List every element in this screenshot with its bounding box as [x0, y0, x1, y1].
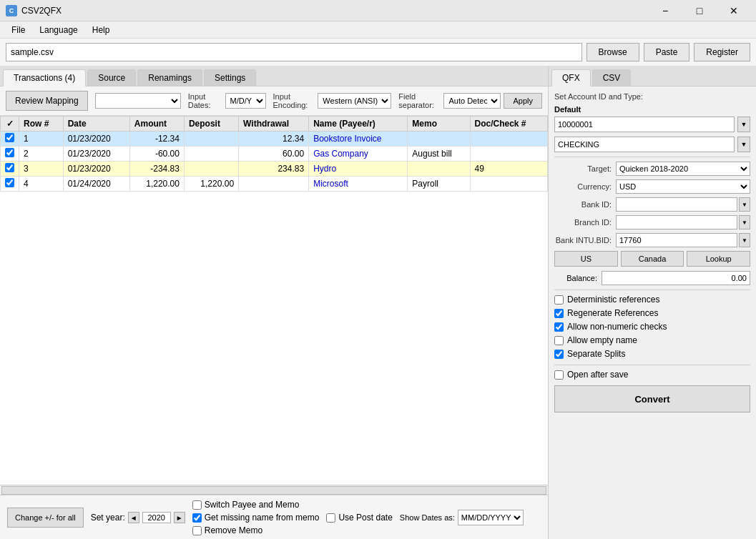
- apply-button[interactable]: Apply: [504, 93, 542, 109]
- title-bar: C CSV2QFX − □ ✕: [0, 0, 756, 21]
- currency-row: Currency: USD: [554, 179, 750, 194]
- close-button[interactable]: ✕: [717, 0, 750, 21]
- open-after-save-checkbox[interactable]: [554, 370, 564, 380]
- tab-renamings[interactable]: Renamings: [137, 69, 202, 86]
- input-encoding-select[interactable]: Western (ANSI): [318, 93, 391, 109]
- currency-label: Currency:: [554, 182, 612, 191]
- target-row: Target: Quicken 2018-2020: [554, 162, 750, 176]
- allow-empty-name-checkbox[interactable]: [554, 336, 564, 345]
- table-row[interactable]: 201/23/2020-60.0060.00Gas CompanyAugust …: [1, 147, 548, 162]
- set-year-group: Set year: ◄ ►: [91, 512, 185, 523]
- input-dates-select[interactable]: M/D/Y: [225, 93, 266, 109]
- change-plus-minus-button[interactable]: Change +/- for all: [7, 508, 84, 528]
- minimize-button[interactable]: −: [649, 0, 682, 21]
- review-mapping-button[interactable]: Review Mapping: [6, 91, 88, 111]
- table-row[interactable]: 101/23/2020-12.3412.34Bookstore Invoice: [1, 132, 548, 147]
- branch-id-input[interactable]: [616, 215, 737, 229]
- menu-bar: File Language Help: [0, 21, 756, 39]
- menu-language[interactable]: Language: [34, 24, 83, 36]
- transactions-table-container: ✓ Row # Date Amount Deposit Withdrawal N…: [0, 116, 548, 485]
- bank-id-input[interactable]: [616, 197, 737, 212]
- use-post-date-checkbox[interactable]: [326, 513, 335, 523]
- convert-button[interactable]: Convert: [554, 385, 750, 412]
- divider-3: [554, 365, 750, 365]
- file-path-input[interactable]: [6, 43, 582, 61]
- balance-input[interactable]: [602, 271, 750, 285]
- field-separator-label: Field separator:: [398, 92, 441, 109]
- right-content: Set Account ID and Type: Default ▼ ▼ Tar…: [549, 86, 756, 539]
- regenerate-references-label: Regenerate References: [567, 308, 658, 318]
- separate-splits-checkbox[interactable]: [554, 350, 564, 359]
- paste-button[interactable]: Paste: [644, 43, 690, 61]
- us-button[interactable]: US: [554, 251, 618, 267]
- menu-help[interactable]: Help: [87, 24, 116, 36]
- bottom-bar: Change +/- for all Set year: ◄ ► Switch …: [0, 495, 548, 539]
- default-label: Default: [554, 105, 750, 114]
- right-tab-qfx[interactable]: QFX: [551, 69, 591, 86]
- currency-select[interactable]: USD: [616, 179, 750, 194]
- balance-label: Balance:: [554, 274, 597, 282]
- tab-settings[interactable]: Settings: [204, 69, 256, 86]
- branch-id-dropdown-arrow[interactable]: ▼: [739, 215, 750, 229]
- tab-transactions[interactable]: Transactions (4): [3, 69, 86, 86]
- open-after-save-label: Open after save: [567, 370, 628, 380]
- horizontal-scrollbar[interactable]: [0, 485, 548, 495]
- set-year-label: Set year:: [91, 513, 125, 523]
- col-header-check: ✓: [1, 117, 19, 132]
- intu-buttons-group: US Canada Lookup: [554, 251, 750, 267]
- year-input[interactable]: [142, 512, 171, 523]
- col-header-deposit: Deposit: [184, 117, 238, 132]
- app-icon: C: [6, 5, 17, 16]
- bank-id-row: Bank ID: ▼: [554, 197, 750, 212]
- year-next-button[interactable]: ►: [174, 512, 185, 523]
- account-type-dropdown-arrow[interactable]: ▼: [737, 137, 750, 152]
- allow-empty-name-label: Allow empty name: [567, 335, 637, 345]
- use-post-date-group: Use Post date: [326, 513, 392, 523]
- account-id-input[interactable]: [554, 117, 735, 132]
- switch-payee-checkbox[interactable]: [192, 500, 202, 510]
- target-select[interactable]: Quicken 2018-2020: [616, 162, 750, 176]
- bank-id-label: Bank ID:: [554, 200, 612, 209]
- account-id-dropdown-arrow[interactable]: ▼: [737, 117, 750, 132]
- mapping-dropdown[interactable]: [95, 93, 181, 109]
- intu-bid-dropdown-arrow[interactable]: ▼: [739, 233, 750, 247]
- register-button[interactable]: Register: [694, 43, 750, 61]
- bank-id-dropdown-arrow[interactable]: ▼: [739, 197, 750, 212]
- allow-non-numeric-checkbox[interactable]: [554, 322, 564, 332]
- get-missing-name-checkbox[interactable]: [192, 513, 202, 523]
- account-section-title: Set Account ID and Type:: [554, 92, 750, 101]
- remove-memo-checkbox[interactable]: [192, 526, 202, 535]
- show-dates-select[interactable]: MM/DD/YYYY DD/MM/YYYY YYYY/MM/DD: [458, 510, 524, 525]
- deterministic-references-checkbox[interactable]: [554, 295, 564, 305]
- input-dates-label: Input Dates:: [188, 92, 222, 109]
- left-tabs: Transactions (4) Source Renamings Settin…: [0, 66, 548, 86]
- target-label: Target:: [554, 164, 612, 173]
- row-checkbox[interactable]: [5, 133, 14, 142]
- browse-button[interactable]: Browse: [586, 43, 639, 61]
- app-title: CSV2QFX: [21, 6, 62, 16]
- col-header-withdrawal: Withdrawal: [239, 117, 309, 132]
- row-checkbox[interactable]: [5, 163, 14, 172]
- options-checkboxes: Switch Payee and Memo Get missing name f…: [192, 500, 320, 535]
- separate-splits-label: Separate Splits: [567, 349, 625, 359]
- menu-file[interactable]: File: [6, 24, 31, 36]
- row-checkbox[interactable]: [5, 178, 14, 187]
- right-checkboxes-group: Deterministic references Regenerate Refe…: [554, 295, 750, 359]
- right-panel: QFX CSV Set Account ID and Type: Default…: [549, 66, 756, 539]
- field-separator-select[interactable]: Auto Detect: [443, 93, 501, 109]
- tab-source[interactable]: Source: [87, 69, 136, 86]
- canada-button[interactable]: Canada: [621, 251, 684, 267]
- intu-bid-row: Bank INTU.BID: ▼: [554, 233, 750, 247]
- right-tab-csv[interactable]: CSV: [592, 69, 632, 86]
- divider-2: [554, 290, 750, 290]
- table-row[interactable]: 301/23/2020-234.83234.83Hydro49: [1, 162, 548, 177]
- lookup-button[interactable]: Lookup: [687, 251, 750, 267]
- year-prev-button[interactable]: ◄: [128, 512, 139, 523]
- regenerate-references-checkbox[interactable]: [554, 309, 564, 318]
- table-row[interactable]: 401/24/20201,220.001,220.00MicrosoftPayr…: [1, 177, 548, 192]
- row-checkbox[interactable]: [5, 148, 14, 157]
- branch-id-row: Branch ID: ▼: [554, 215, 750, 229]
- intu-bid-input[interactable]: [616, 233, 737, 247]
- maximize-button[interactable]: □: [683, 0, 716, 21]
- account-type-input[interactable]: [554, 137, 735, 152]
